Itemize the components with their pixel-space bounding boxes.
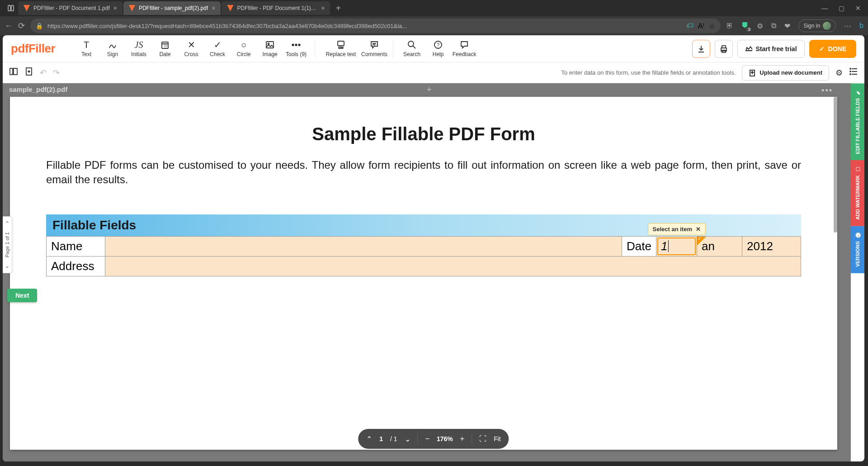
new-tab-button[interactable]: + [331, 3, 345, 14]
tab-manager-icon[interactable] [7, 5, 14, 12]
bing-icon[interactable]: b [859, 22, 863, 30]
collections-icon[interactable]: ⧉ [771, 22, 776, 30]
close-icon[interactable]: × [321, 5, 325, 12]
maximize-icon[interactable]: ▢ [839, 5, 844, 12]
circle-tool[interactable]: ○Circle [231, 36, 257, 62]
check-tool[interactable]: ✓Check [204, 36, 231, 62]
date-month-field[interactable]: ✓ an [697, 236, 742, 256]
date-year-field[interactable]: 2012 [742, 236, 801, 256]
price-tag-icon[interactable]: 🏷 [686, 22, 693, 30]
download-button[interactable] [692, 40, 710, 58]
done-button[interactable]: ✓DONE [809, 40, 856, 58]
shield-icon[interactable]: ⛨ [726, 22, 733, 30]
page-next-icon[interactable]: ⌄ [405, 435, 410, 443]
next-button[interactable]: Next [7, 289, 37, 302]
initials-tool[interactable]: JSInitials [126, 36, 152, 62]
gear-icon[interactable]: ⚙ [835, 68, 843, 78]
help-tool[interactable]: ?Help [425, 36, 451, 62]
minimize-icon[interactable]: — [821, 5, 828, 12]
tool-label: Initials [131, 51, 146, 57]
adblock-icon[interactable]: ⛊ [741, 22, 749, 30]
replace-icon [336, 40, 345, 49]
upload-doc-button[interactable]: Upload new document [742, 65, 829, 81]
undo-icon[interactable]: ↶ [40, 68, 47, 78]
svg-rect-9 [342, 47, 343, 48]
zoom-out-icon[interactable]: − [425, 435, 429, 443]
redo-icon[interactable]: ↷ [53, 68, 60, 78]
browser-tab-1[interactable]: PDFfiller - sample_pdf(2).pdf × [123, 1, 221, 15]
add-doc-tab[interactable]: + [427, 85, 432, 95]
secondary-bar: ↶ ↷ To enter data on this form, use the … [3, 62, 864, 83]
scrollbar[interactable] [834, 97, 837, 233]
address-field[interactable] [105, 256, 801, 276]
logo: pdfFiller [11, 42, 55, 56]
zoom-in-icon[interactable]: + [460, 435, 464, 443]
tool-label: Check [210, 51, 225, 57]
svg-point-12 [408, 41, 414, 47]
add-page-icon[interactable] [24, 67, 33, 78]
page-up-icon[interactable]: ⌃ [5, 220, 9, 227]
side-tab-label: ADD WATERMARK [855, 175, 860, 220]
refresh-icon[interactable]: ⟳ [18, 21, 25, 31]
signin-label: Sign in [803, 23, 820, 29]
svg-rect-0 [8, 5, 10, 11]
date-day-field[interactable]: 1 Select an item ✕ [656, 236, 697, 256]
calendar-icon: 15 [160, 40, 170, 49]
browser-toolbar: ← ⟳ 🔒 https://www.pdffiller.com/jsfiller… [0, 16, 868, 35]
svg-rect-7 [338, 41, 344, 46]
tool-label: Circle [237, 51, 251, 57]
extensions-icon[interactable]: ⚙ [757, 22, 763, 30]
watermark-tab[interactable]: ADD WATERMARK ⬚ [851, 160, 864, 226]
close-icon[interactable]: × [113, 5, 117, 12]
text-tool[interactable]: TText [73, 36, 99, 62]
canvas-area: sample_pdf(2).pdf + ••• Sample Fillable … [3, 83, 851, 461]
tool-label: Feedback [453, 51, 476, 57]
tab-title: PDFfiller - PDF Document 1(1).pd [237, 5, 317, 11]
read-aloud-icon[interactable]: A⁾ [698, 22, 705, 30]
name-field[interactable] [105, 236, 622, 256]
close-icon[interactable]: ✕ [696, 226, 701, 233]
favorite-icon[interactable]: ☆ [709, 22, 715, 30]
menu-icon[interactable]: ⋯ [844, 22, 851, 30]
help-icon: ? [434, 40, 443, 49]
browser-tab-0[interactable]: PDFfiller - PDF Document 1.pdf × [18, 1, 123, 15]
signin-button[interactable]: Sign in [798, 19, 836, 32]
comments-tool[interactable]: Comments [361, 36, 387, 62]
edit-fields-tab[interactable]: EDIT FILLABLE FIELDS ✎ [851, 83, 864, 160]
date-tool[interactable]: 15Date [152, 36, 178, 62]
tool-label: Help [433, 51, 444, 57]
image-tool[interactable]: Image [257, 36, 283, 62]
browser-tab-2[interactable]: PDFfiller - PDF Document 1(1).pd × [222, 1, 330, 15]
page-current[interactable]: 1 [379, 435, 383, 442]
tool-label: Cross [184, 51, 198, 57]
select-item-callout[interactable]: Select an item ✕ [648, 223, 706, 235]
start-trial-button[interactable]: Start free trial [737, 40, 805, 58]
sign-icon [108, 40, 117, 49]
panel-icon[interactable] [9, 67, 18, 78]
versions-tab[interactable]: VERSIONS 🕘 [851, 226, 864, 273]
fit-label[interactable]: Fit [494, 435, 501, 442]
search-tool[interactable]: Search [399, 36, 425, 62]
side-tabs: EDIT FILLABLE FIELDS ✎ ADD WATERMARK ⬚ V… [851, 83, 864, 273]
cross-tool[interactable]: ✕Cross [178, 36, 204, 62]
page-prev-icon[interactable]: ⌃ [366, 435, 372, 443]
url-bar[interactable]: 🔒 https://www.pdffiller.com/jsfiller-des… [30, 19, 721, 33]
main-toolbar: pdfFiller TText Sign JSInitials 15Date ✕… [3, 35, 864, 62]
close-icon[interactable]: × [212, 5, 215, 12]
more-tools[interactable]: •••Tools (9) [283, 36, 309, 62]
replace-text-tool[interactable]: Replace text [321, 36, 361, 62]
print-button[interactable] [715, 40, 733, 58]
feedback-tool[interactable]: Feedback [451, 36, 477, 62]
sign-tool[interactable]: Sign [99, 36, 126, 62]
zoom-value: 176% [437, 435, 453, 442]
performance-icon[interactable]: ❤ [784, 22, 790, 30]
doc-tab-more[interactable]: ••• [821, 86, 833, 95]
fit-icon[interactable]: ⛶ [479, 435, 486, 443]
back-icon[interactable]: ← [5, 21, 13, 31]
intro-text: Fillable PDF forms can be customised to … [46, 158, 801, 187]
upload-icon [749, 69, 756, 76]
page-down-icon[interactable]: ⌄ [5, 263, 9, 269]
list-icon[interactable] [849, 67, 858, 78]
date-year-value: 2012 [747, 239, 773, 253]
close-window-icon[interactable]: ✕ [855, 5, 861, 12]
